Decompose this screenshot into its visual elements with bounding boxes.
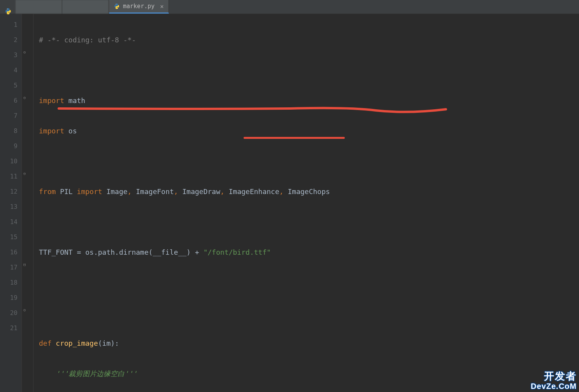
- code-line: import math: [39, 93, 579, 108]
- editor: 1 2 3 4 5 6 7 8 9 10 11 12 13 14 15 16 1…: [0, 14, 579, 392]
- code-line: TTF_FONT = os.path.dirname(__file__) + "…: [39, 245, 579, 260]
- line-number: 14: [2, 214, 18, 229]
- svg-point-1: [9, 13, 9, 14]
- line-number: 11: [2, 169, 18, 184]
- code-line: import os: [39, 123, 579, 138]
- code-line: [39, 305, 579, 320]
- tab-inactive-2[interactable]: [62, 0, 109, 14]
- close-icon[interactable]: ×: [160, 3, 164, 10]
- line-number: 7: [2, 108, 18, 123]
- line-number: 2: [2, 32, 18, 47]
- svg-point-2: [116, 4, 116, 4]
- line-number: 1: [2, 17, 18, 32]
- line-number: 5: [2, 78, 18, 93]
- tab-bar: marker.py ×: [0, 0, 579, 14]
- code-line: [39, 275, 579, 290]
- fold-icon[interactable]: ⊟: [23, 262, 28, 267]
- code-line: def crop_image(im):: [39, 336, 579, 351]
- line-number: 4: [2, 63, 18, 78]
- line-number: 20: [2, 305, 18, 320]
- svg-point-3: [117, 8, 118, 8]
- line-number: 6: [2, 93, 18, 108]
- line-number: 13: [2, 199, 18, 214]
- code-line: [39, 63, 579, 78]
- code-line: '''裁剪图片边缘空白''': [39, 366, 579, 381]
- line-number: 3: [2, 47, 18, 63]
- watermark-text-2: DevZe.CoM: [531, 382, 577, 390]
- code-line: [39, 154, 579, 169]
- fold-icon[interactable]: ⊖: [23, 95, 28, 100]
- fold-icon[interactable]: ⊖: [23, 50, 28, 54]
- line-number: 21: [2, 320, 18, 336]
- fold-icon[interactable]: ⊖: [23, 308, 28, 312]
- tab-inactive-1[interactable]: [16, 0, 62, 14]
- code-area[interactable]: # -*- coding: utf-8 -*- import math impo…: [33, 14, 579, 392]
- fold-icon[interactable]: ⊖: [23, 171, 28, 176]
- watermark-text-1: 开发者: [531, 371, 577, 382]
- watermark: 开发者 DevZe.CoM: [531, 371, 577, 390]
- line-number: 17: [2, 260, 18, 275]
- tab-marker-py[interactable]: marker.py ×: [109, 0, 169, 14]
- python-file-icon: [114, 3, 120, 9]
- line-number: 19: [2, 290, 18, 305]
- line-number: 9: [2, 138, 18, 154]
- line-number: 12: [2, 184, 18, 199]
- code-line: # -*- coding: utf-8 -*-: [39, 32, 579, 47]
- tab-label: marker.py: [123, 3, 154, 10]
- python-icon: [5, 8, 12, 15]
- fold-gutter: ⊖ ⊖ ⊖ ⊟ ⊖: [22, 14, 33, 392]
- line-number: 15: [2, 229, 18, 245]
- line-number: 10: [2, 154, 18, 169]
- line-number: 16: [2, 245, 18, 260]
- code-line: from PIL import Image, ImageFont, ImageD…: [39, 184, 579, 199]
- line-gutter: 1 2 3 4 5 6 7 8 9 10 11 12 13 14 15 16 1…: [0, 14, 22, 392]
- line-number: 18: [2, 275, 18, 290]
- line-number: 8: [2, 123, 18, 138]
- svg-point-0: [7, 9, 8, 10]
- code-line: [39, 214, 579, 229]
